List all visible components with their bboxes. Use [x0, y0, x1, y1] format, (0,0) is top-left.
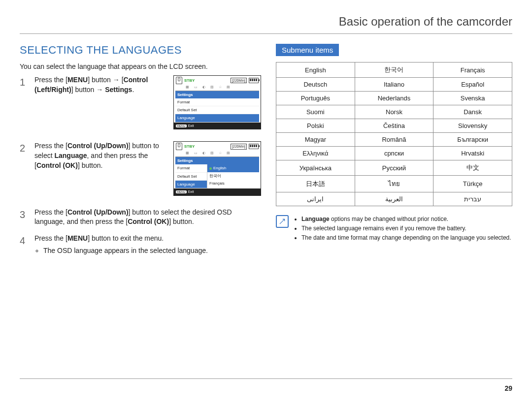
status-stby: STBY [184, 144, 195, 149]
icon-placeholder: ▤ [227, 151, 230, 156]
icon-placeholder: ☆ [219, 85, 222, 90]
step-number-3: 3 [20, 208, 29, 227]
icon-placeholder: ◐ [202, 151, 205, 156]
step-number-2: 2 [20, 141, 29, 200]
icon-placeholder: ▤ [227, 85, 230, 90]
language-cell: Română [355, 133, 433, 147]
chapter-title: Basic operation of the camcorder [20, 15, 512, 34]
step-4-text: Press the [MENU] button to exit the menu… [34, 234, 261, 256]
note-icon [276, 215, 289, 228]
icon-placeholder: ▧ [210, 85, 214, 90]
intro-text: You can select the language that appears… [20, 62, 261, 70]
language-cell: Українська [276, 160, 355, 176]
battery-icon [249, 78, 259, 83]
language-cell: Deutsch [276, 78, 355, 92]
language-cell: Български [433, 133, 512, 147]
selected-dot-icon [209, 167, 212, 170]
battery-icon [249, 144, 259, 149]
status-stby: STBY [184, 78, 195, 83]
language-cell: 日本語 [276, 176, 355, 192]
language-cell: Türkçe [433, 176, 512, 192]
exit-label: Exit [188, 124, 194, 127]
section-title: SELECTING THE LANGUAGES [20, 44, 261, 57]
step-number-1: 1 [20, 75, 29, 134]
icon-placeholder: ☆ [219, 151, 222, 156]
lcd-sub-item-selected: English [207, 164, 259, 172]
page-number: 29 [504, 384, 512, 392]
language-cell: Svenska [433, 92, 512, 105]
lcd-menu-item: Default Set [175, 106, 259, 114]
lcd-menu-item-selected: Language [175, 181, 207, 188]
step-3-text: Press the [Control (Up/Down)] button to … [34, 208, 261, 227]
language-cell: 한국어 [355, 62, 433, 78]
note-item: Language options may be changed without … [301, 215, 511, 223]
lcd-sub-item: Français [207, 180, 259, 187]
language-cell: Русский [355, 160, 433, 176]
icon-placeholder: ◐ [202, 85, 205, 90]
step-1-text: Press the [MENU] button → [Control (Left… [34, 75, 167, 134]
language-cell: Dansk [433, 105, 512, 119]
language-table: English한국어FrançaisDeutschItalianoEspañol… [276, 62, 512, 206]
language-cell: English [276, 62, 355, 78]
note-item: The selected language remains even if yo… [301, 224, 511, 233]
icon-placeholder: ▭ [194, 151, 198, 156]
lcd-screenshot-1: STBY [220Min] ▦ ▭ ◐ ▧ ☆ ▤ [173, 75, 261, 129]
language-cell: Français [433, 62, 512, 78]
language-cell: 中文 [433, 160, 512, 176]
lcd-menu-item: Format [175, 98, 259, 106]
sd-card-icon [176, 77, 182, 84]
language-cell: Magyar [276, 133, 355, 147]
language-cell: Hrvatski [433, 147, 512, 160]
lcd-menu-item: Format [175, 164, 207, 172]
menu-button-label: MENU [176, 190, 187, 193]
icon-placeholder: ▭ [194, 85, 198, 90]
step-4-bullet: The OSD language appears in the selected… [43, 246, 261, 256]
step-number-4: 4 [20, 234, 29, 256]
menu-button-label: MENU [176, 125, 187, 127]
step-2-text: Press the [Control (Up/Down)] button to … [34, 141, 167, 200]
exit-label: Exit [188, 190, 194, 193]
language-cell: српски [355, 147, 433, 160]
icon-placeholder: ▧ [210, 151, 214, 156]
language-cell: ไทย [355, 176, 433, 192]
language-cell: Čeština [355, 119, 433, 133]
submenu-badge: Submenu items [276, 44, 339, 56]
language-cell: Slovensky [433, 119, 512, 133]
remaining-time: [220Min] [231, 144, 247, 150]
lcd-screenshot-2: STBY [220Min] ▦ ▭ ◐ ▧ ☆ ▤ [173, 141, 261, 195]
icon-placeholder: ▦ [186, 151, 189, 156]
language-cell: ایرانی [276, 192, 355, 206]
lcd-menu-item-selected: Language [175, 114, 259, 122]
lcd-sub-item: 한국어 [207, 172, 259, 180]
lcd-menu-heading: Settings [175, 157, 259, 164]
language-cell: Suomi [276, 105, 355, 119]
language-cell: עברית [433, 192, 512, 206]
icon-placeholder: ▦ [186, 85, 189, 90]
remaining-time: [220Min] [231, 78, 247, 84]
note-list: Language options may be changed without … [294, 215, 511, 243]
lcd-menu-item: Default Set [175, 173, 207, 181]
sd-card-icon [176, 143, 182, 150]
language-cell: Polski [276, 119, 355, 133]
lcd-menu-heading: Settings [175, 91, 259, 98]
language-cell: Português [276, 92, 355, 105]
language-cell: Ελληνικά [276, 147, 355, 160]
language-cell: Nederlands [355, 92, 433, 105]
note-item: The date and time format may change depe… [301, 234, 511, 242]
language-cell: Italiano [355, 78, 433, 92]
language-cell: Norsk [355, 105, 433, 119]
language-cell: Español [433, 78, 512, 92]
language-cell: العربية [355, 192, 433, 206]
